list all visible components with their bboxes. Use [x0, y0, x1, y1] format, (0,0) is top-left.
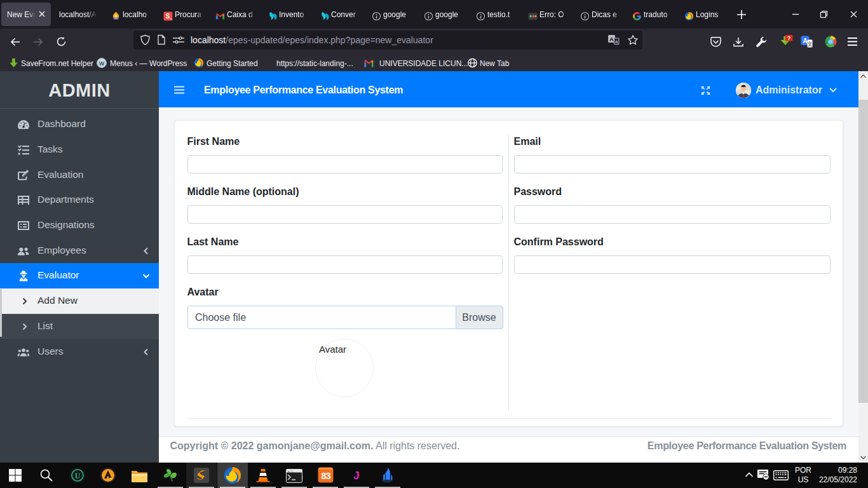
svg-text:文: 文 [807, 41, 813, 47]
svg-text:MAX: MAX [114, 17, 118, 20]
svg-text:J: J [353, 470, 359, 482]
svg-text:U: U [75, 471, 81, 480]
svg-text:S: S [166, 13, 170, 20]
svg-text:83: 83 [321, 470, 330, 481]
svg-text:A: A [609, 36, 614, 43]
svg-text:?: ? [787, 35, 790, 41]
svg-text:C:\_: C:\_ [288, 470, 295, 473]
svg-text:W: W [99, 60, 105, 67]
